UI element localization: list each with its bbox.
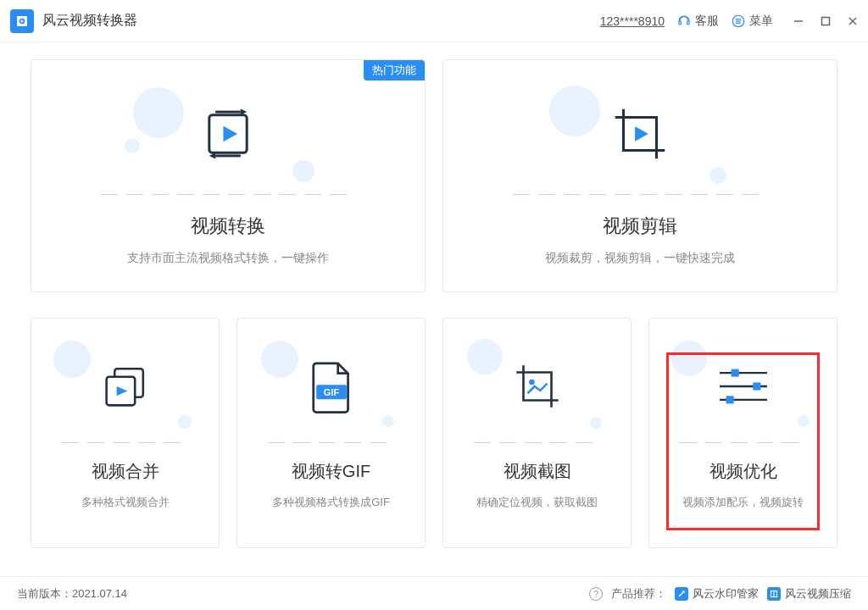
divider (101, 194, 355, 195)
app-title: 风云视频转换器 (42, 12, 137, 30)
card-desc: 视频裁剪，视频剪辑，一键快速完成 (545, 251, 735, 266)
card-video-edit[interactable]: 视频剪辑 视频裁剪，视频剪辑，一键快速完成 (442, 59, 837, 292)
card-title: 视频转换 (191, 214, 265, 239)
svg-point-21 (529, 380, 535, 385)
support-label: 客服 (695, 14, 719, 29)
card-title: 视频截图 (504, 460, 571, 483)
main-grid: 热门功能 视频转换 支持市面主流视频格式转换，一键操作 (0, 42, 868, 576)
card-video-optimize[interactable]: 视频优化 视频添加配乐，视频旋转 (648, 318, 837, 548)
card-title: 视频优化 (709, 460, 777, 483)
crop-icon (443, 79, 837, 189)
support-button[interactable]: 客服 (676, 14, 719, 29)
svg-rect-27 (726, 396, 733, 403)
svg-marker-12 (223, 126, 237, 142)
card-desc: 多种视频格式转换成GIF (265, 495, 397, 510)
svg-rect-8 (822, 17, 830, 25)
card-desc: 精确定位视频，获取截图 (470, 495, 604, 510)
divider (474, 442, 601, 443)
maximize-button[interactable] (819, 14, 832, 28)
merge-icon (31, 336, 219, 437)
svg-text:GIF: GIF (323, 387, 339, 397)
hot-badge: 热门功能 (364, 60, 425, 80)
convert-icon (31, 79, 425, 189)
divider (268, 442, 395, 443)
footer: 当前版本：2021.07.14 ? 产品推荐： 风云水印管家 风云视频压缩 (0, 576, 868, 610)
card-desc: 多种格式视频合并 (75, 495, 176, 510)
divider (680, 442, 807, 443)
card-desc: 视频添加配乐，视频旋转 (676, 495, 810, 510)
help-icon[interactable]: ? (589, 587, 603, 601)
svg-marker-15 (635, 126, 648, 141)
version-label: 当前版本：2021.07.14 (17, 586, 127, 602)
divider (62, 442, 189, 443)
svg-rect-23 (731, 369, 738, 377)
card-video-screenshot[interactable]: 视频截图 精确定位视频，获取截图 (442, 318, 632, 548)
card-desc: 支持市面主流视频格式转换，一键操作 (127, 251, 329, 266)
user-id[interactable]: 123****8910 (600, 14, 665, 28)
card-video-gif[interactable]: GIF 视频转GIF 多种视频格式转换成GIF (236, 318, 426, 548)
sliders-icon (649, 336, 837, 437)
recommend-watermark[interactable]: 风云水印管家 (675, 586, 759, 602)
card-video-merge[interactable]: 视频合并 多种格式视频合并 (31, 318, 220, 548)
minimize-button[interactable] (792, 14, 805, 28)
card-video-convert[interactable]: 热门功能 视频转换 支持市面主流视频格式转换，一键操作 (31, 59, 426, 292)
menu-label: 菜单 (749, 14, 773, 29)
menu-button[interactable]: 菜单 (731, 14, 773, 29)
headset-icon (676, 14, 692, 29)
close-button[interactable] (846, 14, 860, 28)
menu-icon (731, 14, 746, 29)
svg-rect-25 (753, 382, 760, 390)
divider (513, 194, 767, 195)
app-logo (10, 9, 34, 33)
recommend-label: 产品推荐： (611, 586, 666, 602)
compress-icon (767, 587, 781, 601)
card-title: 视频剪辑 (603, 214, 677, 239)
card-title: 视频转GIF (292, 460, 370, 483)
screenshot-icon (443, 336, 631, 437)
gif-icon: GIF (237, 336, 425, 437)
card-title: 视频合并 (92, 460, 159, 483)
watermark-icon (675, 587, 688, 601)
recommend-compress[interactable]: 风云视频压缩 (767, 586, 851, 602)
titlebar: 风云视频转换器 123****8910 客服 菜单 (0, 0, 868, 42)
